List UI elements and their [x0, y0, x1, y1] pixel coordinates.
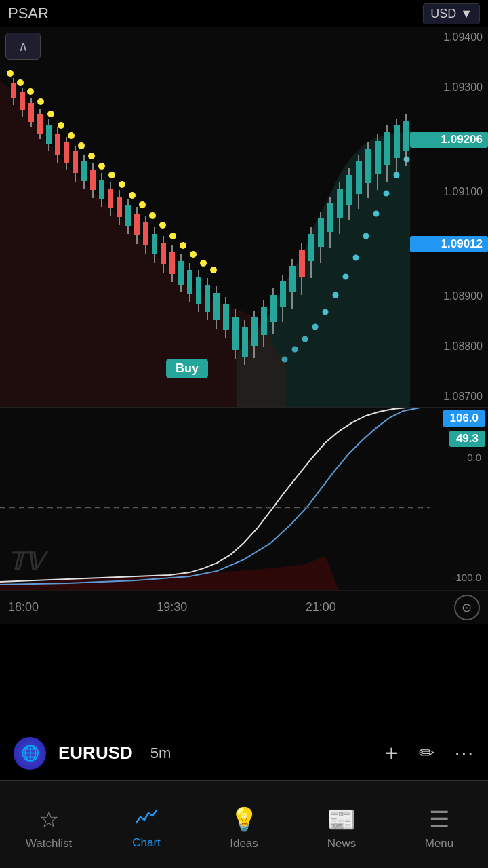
crosshair-button[interactable]: ⊙ [454, 595, 480, 620]
svg-point-28 [343, 274, 349, 280]
indicator-title: PSAR [8, 5, 49, 22]
svg-rect-118 [384, 132, 390, 165]
svg-point-23 [292, 347, 298, 353]
svg-point-17 [169, 233, 176, 239]
dropdown-arrow: ▼ [460, 7, 472, 21]
svg-rect-116 [375, 141, 381, 174]
svg-point-21 [210, 267, 217, 273]
svg-rect-120 [394, 125, 400, 158]
symbol-icon: 🌐 [14, 737, 46, 770]
svg-rect-90 [251, 317, 258, 346]
news-icon: 📰 [327, 806, 356, 833]
price-4: 1.09100 [410, 186, 488, 198]
svg-rect-106 [327, 203, 333, 232]
svg-rect-62 [125, 205, 131, 226]
time-3: 21:00 [306, 600, 336, 614]
time-axis: 18:00 19:30 21:00 ⊙ [0, 590, 488, 624]
svg-rect-112 [356, 161, 362, 194]
collapse-button[interactable] [5, 33, 41, 60]
main-chart[interactable]: Buy 1.09400 1.09300 1.09206 1.09100 1.09… [0, 27, 488, 407]
svg-rect-36 [11, 83, 16, 98]
svg-rect-38 [20, 92, 25, 110]
svg-point-32 [384, 191, 390, 197]
draw-button[interactable]: ✏ [419, 742, 434, 764]
symbol-name: EURUSD [58, 743, 133, 764]
menu-label: Menu [425, 837, 454, 850]
currency-label: USD [430, 7, 456, 21]
currency-dropdown[interactable]: USD ▼ [423, 3, 480, 24]
svg-rect-52 [81, 161, 87, 181]
svg-rect-74 [178, 261, 184, 285]
current-price: 1.09206 [410, 132, 488, 148]
watchlist-icon: ☆ [39, 806, 59, 833]
svg-point-31 [373, 211, 380, 217]
tradingview-watermark: 𝕋𝕍 [8, 548, 43, 576]
svg-point-18 [180, 242, 186, 249]
svg-rect-88 [242, 327, 248, 357]
svg-point-5 [47, 111, 54, 117]
svg-rect-98 [289, 266, 296, 292]
svg-rect-68 [152, 234, 157, 254]
svg-rect-84 [223, 304, 229, 330]
nav-menu[interactable]: ☰ Menu [390, 799, 488, 850]
svg-rect-66 [143, 222, 148, 245]
mlmi-panel: Machine Learning Momentum Index (MLMI) 1… [0, 407, 488, 590]
svg-rect-58 [108, 189, 113, 208]
news-label: News [327, 837, 357, 850]
price-7: 1.08800 [410, 340, 488, 353]
svg-point-27 [333, 292, 339, 298]
svg-point-2 [17, 79, 24, 86]
svg-rect-46 [55, 134, 60, 155]
timeframe: 5m [150, 745, 171, 762]
svg-point-6 [58, 122, 64, 129]
bottom-info-bar: 🌐 EURUSD 5m + ✏ ··· [0, 726, 488, 780]
price-8: 1.08700 [410, 391, 488, 403]
more-button[interactable]: ··· [455, 743, 474, 764]
nav-watchlist[interactable]: ☆ Watchlist [0, 799, 98, 850]
time-2: 19:30 [157, 600, 187, 614]
svg-rect-54 [90, 170, 96, 190]
nav-news[interactable]: 📰 News [293, 799, 390, 850]
ideas-icon: 💡 [230, 806, 258, 833]
candlestick-area[interactable] [0, 27, 410, 407]
svg-point-9 [88, 153, 95, 159]
add-button[interactable]: + [385, 740, 399, 766]
svg-point-25 [312, 324, 319, 330]
price-1: 1.09400 [410, 31, 488, 43]
svg-point-24 [302, 336, 308, 342]
svg-rect-86 [232, 317, 239, 350]
ideas-label: Ideas [230, 837, 258, 850]
svg-point-16 [159, 222, 166, 229]
svg-rect-94 [270, 295, 277, 322]
svg-point-20 [200, 260, 207, 267]
svg-rect-76 [187, 270, 192, 294]
nav-chart[interactable]: Chart [98, 799, 195, 850]
svg-rect-110 [346, 175, 352, 205]
svg-point-4 [37, 98, 44, 105]
svg-rect-104 [318, 218, 324, 247]
mlmi-axis: 0.0 -100.0 [431, 408, 485, 590]
svg-rect-80 [205, 285, 210, 312]
watchlist-label: Watchlist [26, 837, 72, 850]
svg-rect-122 [403, 121, 409, 151]
header: PSAR USD ▼ [0, 0, 488, 27]
toolbar-right: + ✏ ··· [385, 740, 474, 766]
svg-rect-48 [64, 142, 69, 163]
svg-rect-56 [99, 180, 104, 199]
svg-point-19 [190, 251, 197, 258]
svg-rect-92 [261, 307, 267, 335]
svg-point-1 [7, 70, 14, 77]
mlmi-neg100: -100.0 [431, 572, 481, 583]
svg-rect-114 [365, 149, 371, 183]
svg-point-8 [78, 142, 85, 149]
chart-icon [135, 806, 158, 832]
svg-point-14 [139, 201, 146, 208]
svg-point-15 [149, 212, 156, 219]
price-2: 1.09300 [410, 81, 488, 94]
svg-point-10 [98, 163, 105, 170]
nav-ideas[interactable]: 💡 Ideas [195, 799, 293, 850]
svg-rect-50 [73, 151, 78, 173]
svg-rect-82 [214, 293, 220, 320]
svg-rect-123 [0, 408, 430, 590]
price-6: 1.08900 [410, 290, 488, 302]
